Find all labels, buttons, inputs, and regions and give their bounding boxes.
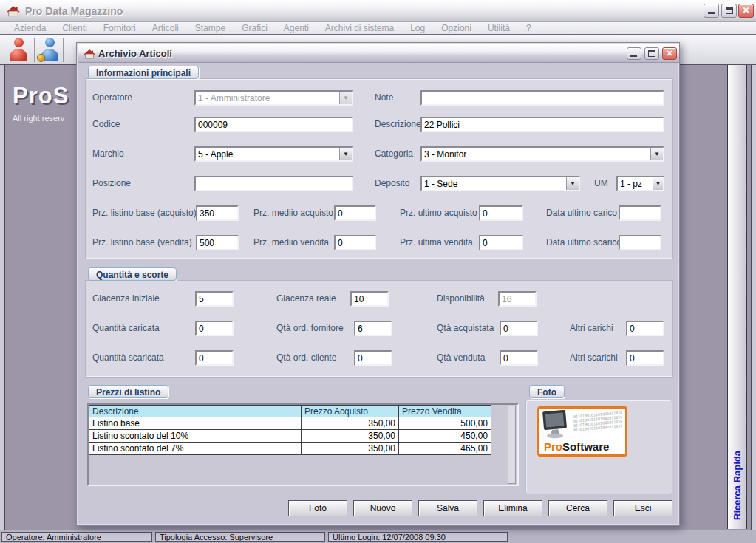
table-row[interactable]: Listino base 350,00 500,00 xyxy=(89,417,491,430)
toolbar-divider xyxy=(63,38,64,62)
table-scrollbar[interactable] xyxy=(508,406,516,484)
prz-medio-acquisto-input[interactable] xyxy=(334,205,376,221)
salva-button[interactable]: Salva xyxy=(418,500,477,516)
dialog-titlebar[interactable]: Archivio Articoli ✕ xyxy=(78,44,679,63)
qta-ord-cliente-input[interactable] xyxy=(354,350,392,366)
chevron-down-icon[interactable]: ▼ xyxy=(650,148,663,160)
altri-carichi-input[interactable] xyxy=(626,321,664,336)
qta-acquistata-input[interactable] xyxy=(500,321,538,336)
prz-ultima-vendita-input[interactable] xyxy=(479,235,523,250)
col-descrizione: Descrizione xyxy=(89,406,302,417)
person-head xyxy=(14,38,24,47)
quantita-caricata-input[interactable] xyxy=(195,321,234,336)
menu-azienda[interactable]: Azienda xyxy=(6,23,54,33)
chevron-down-icon[interactable]: ▼ xyxy=(339,148,352,160)
prz-ultima-vendita-label: Prz. ultima vendita xyxy=(400,238,473,247)
main-titlebar: Pro Data Magazzino ✕ xyxy=(0,0,756,22)
menu-grafici[interactable]: Grafici xyxy=(234,23,276,33)
cell-prezzo-vendita: 450,00 xyxy=(399,430,491,443)
menu-articoli[interactable]: Articoli xyxy=(144,23,187,33)
prz-ultimo-acquisto-input[interactable] xyxy=(479,205,523,221)
giacenza-iniziale-input[interactable] xyxy=(195,291,234,307)
desktop-copyright-text: All right reserv xyxy=(13,114,64,123)
note-input[interactable] xyxy=(420,90,664,106)
qta-acquistata-label: Qtà acquistata xyxy=(437,324,494,333)
um-label: UM xyxy=(594,179,608,188)
prz-medio-vendita-input[interactable] xyxy=(334,235,376,250)
minimize-button[interactable] xyxy=(704,4,719,18)
quick-search-label[interactable]: Ricerca Rapida xyxy=(732,451,743,520)
altri-carichi-label: Altri carichi xyxy=(570,324,613,333)
dialog-close-button[interactable]: ✕ xyxy=(662,47,677,60)
menubar: Azienda Clienti Fornitori Articoli Stamp… xyxy=(0,22,756,35)
foto-button[interactable]: Foto xyxy=(288,500,347,516)
customers-icon[interactable] xyxy=(9,38,28,62)
giacenza-reale-input[interactable] xyxy=(350,291,389,307)
data-ultimo-carico-input[interactable] xyxy=(619,205,661,221)
prz-medio-acquisto-label: Prz. mediio acquisto xyxy=(253,208,333,218)
altri-scarichi-input[interactable] xyxy=(626,350,664,366)
categoria-label: Categoria xyxy=(375,149,413,159)
menu-log[interactable]: Log xyxy=(402,23,433,33)
esci-button[interactable]: Esci xyxy=(613,500,672,516)
maximize-button[interactable] xyxy=(721,4,737,18)
prz-ultimo-acquisto-label: Prz. ultimo acquisto xyxy=(400,208,477,218)
prosoftware-logo: 0110100101101001011010010110100101101001… xyxy=(537,406,627,457)
qta-ord-fornitore-input[interactable] xyxy=(354,321,392,336)
desktop-brand-text: ProS xyxy=(13,83,69,109)
binary-texture: 0110100101101001011010010110100101101001… xyxy=(573,410,622,432)
table-row[interactable]: Listino scontato del 10% 350,00 450,00 xyxy=(89,430,491,443)
menu-fornitori[interactable]: Fornitori xyxy=(95,23,144,33)
menu-utilita[interactable]: Utilità xyxy=(480,23,518,33)
operatore-value: 1 - Amministratore xyxy=(196,92,339,104)
menu-agenti[interactable]: Agenti xyxy=(276,23,317,33)
close-icon: ✕ xyxy=(742,5,749,16)
monitor-icon xyxy=(541,410,572,441)
close-icon: ✕ xyxy=(666,49,672,58)
qta-venduta-input[interactable] xyxy=(500,350,538,366)
close-button[interactable]: ✕ xyxy=(738,4,754,18)
quantita-scaricata-input[interactable] xyxy=(195,350,234,366)
menu-stampe[interactable]: Stampe xyxy=(187,23,234,33)
cell-descrizione: Listino scontato del 10% xyxy=(89,430,302,443)
descrizione-label: Descrizione xyxy=(375,120,421,129)
menu-archivi-di-sistema[interactable]: Archivi di sistema xyxy=(317,23,402,33)
menu-clienti[interactable]: Clienti xyxy=(54,23,95,33)
um-combo[interactable]: 1 - pz ▼ xyxy=(616,176,664,191)
dialog-minimize-button[interactable] xyxy=(627,47,641,60)
cerca-button[interactable]: Cerca xyxy=(548,500,607,516)
menu-help[interactable]: ? xyxy=(518,23,539,33)
deposito-combo[interactable]: 1 - Sede ▼ xyxy=(420,176,580,191)
logo-text-pro: Pro xyxy=(544,440,562,453)
info-panel xyxy=(86,79,672,259)
cell-prezzo-vendita: 465,00 xyxy=(399,443,491,455)
data-ultimo-scarico-input[interactable] xyxy=(619,235,661,250)
elimina-button[interactable]: Elimina xyxy=(483,500,542,516)
cell-prezzo-acquisto: 350,00 xyxy=(302,430,399,443)
dialog-maximize-button[interactable] xyxy=(644,47,659,60)
chevron-down-icon[interactable]: ▼ xyxy=(566,177,579,190)
marchio-label: Marchio xyxy=(92,149,124,159)
cell-prezzo-acquisto: 350,00 xyxy=(302,417,399,430)
quick-search-panel[interactable]: Ricerca Rapida xyxy=(727,65,747,529)
chevron-down-icon[interactable]: ▼ xyxy=(653,177,663,190)
status-access-type: Tipologia Accesso: Supervisore xyxy=(155,532,325,542)
altri-scarichi-label: Altri scarichi xyxy=(570,353,618,363)
prz-listino-acquisto-input[interactable] xyxy=(196,205,239,221)
prz-medio-vendita-label: Prz. mediio vendita xyxy=(253,238,329,247)
table-row[interactable]: Listino scontato del 7% 350,00 465,00 xyxy=(89,443,491,455)
dialog-title: Archivio Articoli xyxy=(98,48,172,59)
operatore-combo: 1 - Amministratore ▼ xyxy=(194,90,353,106)
menu-opzioni[interactable]: Opzioni xyxy=(433,23,480,33)
section-informazioni-principali: Informazioni principali xyxy=(88,66,199,79)
operators-icon[interactable] xyxy=(40,38,59,62)
descrizione-input[interactable] xyxy=(420,117,664,132)
categoria-combo[interactable]: 3 - Monitor ▼ xyxy=(420,146,664,162)
prz-listino-vendita-input[interactable] xyxy=(196,235,239,250)
posizione-input[interactable] xyxy=(194,176,353,191)
statusbar: Operatore: Amministratore Tipologia Acce… xyxy=(0,530,756,543)
marchio-combo[interactable]: 5 - Apple ▼ xyxy=(194,146,353,162)
nuovo-button[interactable]: Nuovo xyxy=(353,500,412,516)
codice-input[interactable] xyxy=(194,117,353,132)
section-foto: Foto xyxy=(529,385,565,398)
